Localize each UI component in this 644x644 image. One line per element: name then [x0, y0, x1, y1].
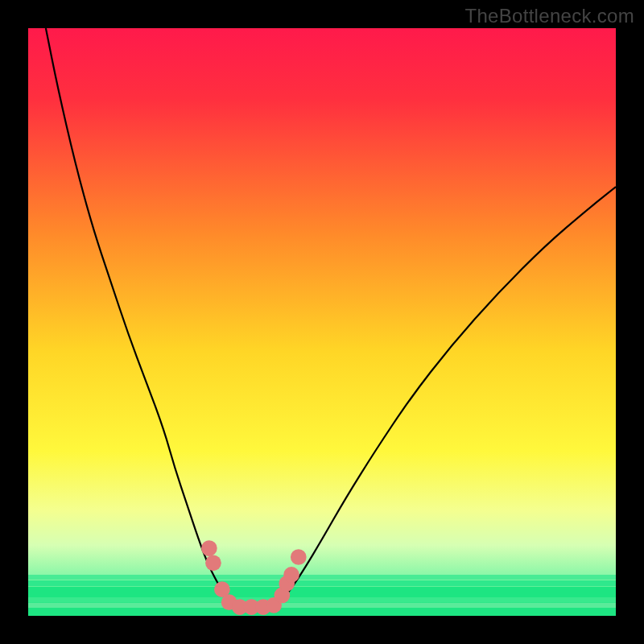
- series-right-curve: [275, 187, 616, 607]
- curves-layer: [28, 28, 616, 616]
- marker-point: [205, 555, 221, 571]
- markers-group: [201, 540, 307, 615]
- marker-point: [291, 549, 307, 565]
- marker-point: [201, 540, 217, 556]
- plot-area: [28, 28, 616, 616]
- watermark-text: TheBottleneck.com: [464, 5, 634, 27]
- series-left-curve: [46, 28, 234, 607]
- series-group: [46, 28, 616, 607]
- chart-frame: TheBottleneck.com: [0, 0, 644, 644]
- marker-point: [283, 567, 299, 583]
